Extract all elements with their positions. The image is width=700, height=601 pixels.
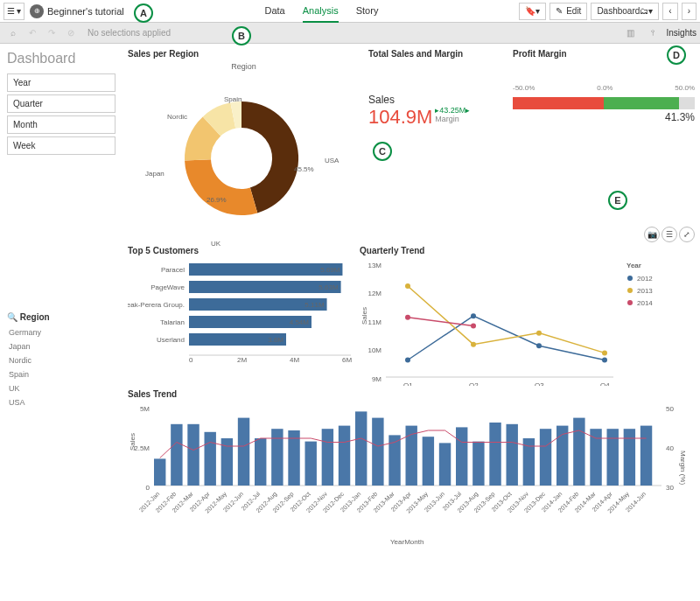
filter-quarter[interactable]: Quarter (7, 94, 116, 113)
smart-search-icon[interactable]: ⌕ (4, 25, 23, 41)
svg-text:PageWave: PageWave (150, 283, 185, 291)
gauge-tick: 0.0% (597, 84, 612, 92)
svg-rect-86 (540, 429, 551, 486)
svg-rect-88 (573, 418, 584, 486)
svg-text:10M: 10M (368, 346, 382, 354)
tab-data[interactable]: Data (264, 0, 284, 23)
svg-rect-91 (624, 429, 635, 486)
region-item[interactable]: Germany (7, 325, 116, 339)
svg-rect-82 (472, 442, 484, 486)
edit-button[interactable]: ✎ Edit (550, 3, 587, 20)
svg-text:5.69M: 5.69M (320, 266, 340, 274)
svg-rect-72 (305, 442, 317, 486)
svg-rect-89 (590, 429, 601, 486)
svg-text:5.63M: 5.63M (318, 283, 339, 291)
tab-story[interactable]: Story (356, 0, 379, 23)
gauge-bar (513, 97, 695, 109)
svg-point-52 (627, 300, 633, 305)
salestrend-title: Sales Trend (128, 389, 695, 399)
svg-rect-65 (187, 424, 199, 486)
selections-tool-icon[interactable]: ▥ (621, 25, 640, 41)
gauge-panel[interactable]: Profit Margin -50.0% 0.0% 50.0% 41.3% (513, 49, 695, 246)
snapshot-icon[interactable]: 📷 (644, 227, 660, 242)
callout-c: C (373, 142, 392, 161)
svg-text:2014: 2014 (637, 299, 653, 307)
svg-point-35 (536, 343, 542, 348)
region-item[interactable]: UK (7, 381, 116, 395)
step-back-icon[interactable]: ↶ (23, 25, 42, 41)
region-item[interactable]: Nordic (7, 353, 116, 367)
svg-text:9M: 9M (372, 375, 382, 383)
svg-text:26.9%: 26.9% (206, 196, 227, 204)
svg-text:Paracel: Paracel (161, 266, 185, 274)
next-sheet-button[interactable]: › (682, 3, 696, 20)
svg-rect-84 (507, 424, 518, 486)
svg-point-50 (627, 288, 633, 293)
svg-text:Spain: Spain (224, 95, 242, 103)
svg-rect-92 (640, 426, 652, 486)
top-toolbar: ☰ ▾ ⊕ Beginner's tutorial Data Analysis … (0, 0, 700, 23)
filter-month[interactable]: Month (7, 115, 116, 134)
svg-point-42 (471, 324, 476, 329)
region-item[interactable]: Japan (7, 339, 116, 353)
top5-svg: Paracel5.69MPageWave5.63MDeak-Perera Gro… (128, 259, 360, 373)
kpi-title: Total Sales and Margin (368, 49, 513, 59)
svg-text:Q1: Q1 (403, 381, 413, 386)
svg-rect-70 (271, 429, 283, 486)
step-forward-icon[interactable]: ↷ (42, 25, 61, 41)
svg-text:45.5%: 45.5% (294, 165, 314, 173)
svg-point-33 (405, 358, 410, 363)
svg-text:11M: 11M (368, 318, 382, 326)
svg-text:4.54M: 4.54M (290, 318, 310, 326)
svg-text:Year: Year (626, 262, 641, 269)
filter-year[interactable]: Year (7, 73, 116, 92)
donut-chart[interactable]: Sales per Region Region 45.5% 26.9% USA … (128, 49, 360, 246)
salestrend-svg: Sales Margin (%) 5M 2.5M 0 50 40 30 2012… (128, 402, 688, 547)
region-label: Region (20, 312, 50, 322)
page-title: Dashboard (7, 51, 116, 66)
svg-text:40: 40 (666, 444, 674, 452)
region-item[interactable]: Spain (7, 367, 116, 381)
svg-text:50: 50 (666, 405, 674, 413)
clear-selections-icon[interactable]: ⊘ (61, 25, 80, 41)
svg-rect-76 (372, 418, 383, 486)
svg-text:Userland: Userland (157, 336, 185, 344)
svg-text:Margin (%): Margin (%) (679, 451, 687, 485)
svg-rect-77 (388, 435, 400, 486)
no-selections-label: No selections applied (88, 28, 171, 38)
svg-rect-68 (238, 418, 249, 486)
svg-text:2.5M: 2.5M (134, 444, 150, 452)
sheet-dropdown[interactable]: Dashboard 🗂▾ (591, 3, 659, 20)
global-menu-button[interactable]: ☰ ▾ (4, 3, 24, 20)
tab-analysis[interactable]: Analysis (303, 0, 339, 23)
donut-svg: 45.5% 26.9% USA UK Japan Nordic Spain (128, 71, 360, 246)
sidebar: Dashboard Year Quarter Month Week 🔍 Regi… (0, 44, 122, 601)
main-canvas: Sales per Region Region 45.5% 26.9% USA … (122, 44, 700, 601)
svg-rect-79 (423, 437, 434, 486)
prev-sheet-button[interactable]: ‹ (662, 3, 677, 20)
chart-hover-toolbar: 📷 ☰ ⤢ (644, 227, 695, 242)
insights-label[interactable]: Insights (667, 28, 696, 38)
callout-a: A (134, 3, 153, 23)
svg-rect-73 (322, 429, 333, 486)
svg-text:4M: 4M (290, 356, 299, 364)
svg-text:3.6M: 3.6M (268, 336, 284, 344)
svg-rect-69 (255, 438, 266, 486)
bookmarks-button[interactable]: 🔖▾ (519, 3, 546, 20)
svg-point-48 (627, 276, 633, 281)
quarterly-trend-chart[interactable]: 📷 ☰ ⤢ Quarterly Trend Sales 13M 12M 11M … (360, 246, 695, 386)
svg-rect-8 (189, 263, 342, 276)
svg-text:Nordic: Nordic (167, 113, 187, 121)
insight-advisor-icon[interactable]: ⫯ (644, 25, 663, 41)
app-title: Beginner's tutorial (47, 6, 124, 17)
fullscreen-icon[interactable]: ⤢ (679, 227, 695, 242)
exploration-icon[interactable]: ☰ (662, 227, 677, 242)
svg-text:Q3: Q3 (535, 381, 544, 386)
svg-point-37 (405, 283, 410, 289)
svg-text:Q2: Q2 (469, 381, 479, 386)
sales-trend-chart[interactable]: Sales Trend Sales Margin (%) 5M 2.5M 0 5… (128, 389, 695, 547)
filter-week[interactable]: Week (7, 136, 116, 155)
region-item[interactable]: USA (7, 395, 116, 409)
top5-chart[interactable]: Top 5 Customers Paracel5.69MPageWave5.63… (128, 246, 360, 386)
svg-point-40 (602, 350, 607, 355)
